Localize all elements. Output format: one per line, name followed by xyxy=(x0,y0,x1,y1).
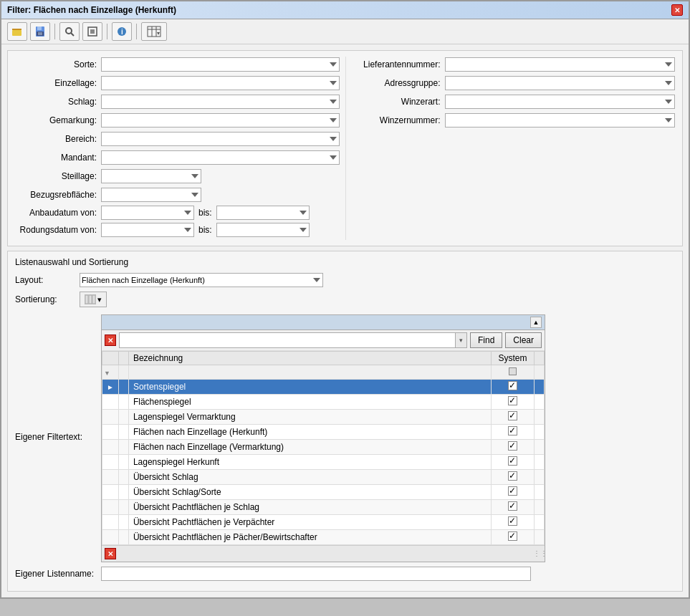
table-row[interactable]: Übersicht Schlag/Sorte xyxy=(102,485,545,500)
eigener-filtertext-row: Eigener Filtertext: ▲ ✕ xyxy=(15,312,675,562)
search-dropdown-arrow[interactable]: ▾ xyxy=(455,333,466,347)
bezeichnung-filter-input[interactable] xyxy=(130,367,489,378)
winzerart-select[interactable] xyxy=(445,95,676,109)
row-system-checkbox[interactable] xyxy=(508,531,517,541)
box-button[interactable] xyxy=(82,22,102,41)
anbaudatum-row: Anbaudatum von: bis: xyxy=(15,206,340,220)
row-extra-cell xyxy=(535,440,545,455)
col-extra-header xyxy=(535,352,545,365)
row-system-checkbox[interactable] xyxy=(508,441,517,451)
row-select-cell xyxy=(118,470,128,485)
table-row[interactable]: Übersicht Pachtflächen je Schlag xyxy=(102,500,545,515)
table-header-row: Bezeichnung System xyxy=(102,352,545,365)
row-system-cell xyxy=(492,530,535,545)
row-system-checkbox[interactable] xyxy=(508,471,517,481)
resize-handle[interactable]: ⋮⋮ xyxy=(533,549,542,558)
table-row[interactable]: Flächen nach Einzellage (Herkunft) xyxy=(102,425,545,440)
steillage-row: Steillage: xyxy=(15,168,340,184)
main-content: Sorte: Einzellage: Schlag: Gemarkung: xyxy=(1,44,689,597)
sorte-select[interactable] xyxy=(101,57,340,72)
toolbar-separator-2 xyxy=(107,24,107,39)
row-system-checkbox[interactable] xyxy=(508,396,517,405)
row-extra-cell xyxy=(535,425,545,440)
row-bezeichnung-cell: Sortenspiegel xyxy=(128,380,491,395)
anbaudatum-bis-select[interactable] xyxy=(216,206,310,220)
eigener-listenname-input[interactable] xyxy=(101,567,531,581)
row-select-cell xyxy=(118,455,128,470)
row-arrow-cell xyxy=(102,395,119,410)
filter-grid: Sorte: Einzellage: Schlag: Gemarkung: xyxy=(15,57,675,240)
table-row[interactable]: Übersicht Pachtflächen je Verpächter xyxy=(102,515,545,530)
row-system-checkbox[interactable] xyxy=(508,501,517,511)
steillage-select[interactable] xyxy=(101,169,201,183)
save-button[interactable] xyxy=(30,22,50,41)
rodungsdatum-bis-select[interactable] xyxy=(216,223,310,237)
bezugsrebflaeche-select[interactable] xyxy=(101,188,201,202)
table-row[interactable]: Lagenspiegel Vermarktung xyxy=(102,410,545,425)
einzellage-select[interactable] xyxy=(101,76,340,90)
open-folder-button[interactable] xyxy=(7,22,27,41)
row-system-cell xyxy=(492,485,535,500)
find-button[interactable]: Find xyxy=(470,332,502,348)
bereich-select[interactable] xyxy=(101,132,340,146)
dropdown-table: Bezeichnung System ▼ xyxy=(102,351,545,545)
filter-bezeichnung-cell xyxy=(128,365,491,380)
filtertext-container: ▲ ✕ ▾ Find Clear xyxy=(101,312,675,562)
main-window: Filter: Flächen nach Einzellage (Herkunf… xyxy=(0,0,690,599)
window-close-button[interactable]: ✕ xyxy=(671,4,683,16)
schlag-select[interactable] xyxy=(101,95,340,109)
row-select-cell xyxy=(118,485,128,500)
dropdown-header: ▲ xyxy=(102,315,545,330)
row-system-cell xyxy=(492,440,535,455)
winzernummer-select[interactable] xyxy=(445,113,676,127)
row-select-cell xyxy=(118,500,128,515)
svg-rect-19 xyxy=(85,295,88,304)
clear-button[interactable]: Clear xyxy=(505,332,542,348)
scroll-up-button[interactable]: ▲ xyxy=(530,317,542,328)
row-bezeichnung-cell: Lagenspiegel Vermarktung xyxy=(128,410,491,425)
row-select-cell xyxy=(118,530,128,545)
table-row[interactable]: Flächen nach Einzellage (Vermarktung) xyxy=(102,440,545,455)
table-row[interactable]: Flächenspiegel xyxy=(102,395,545,410)
table-row[interactable]: Übersicht Schlag xyxy=(102,470,545,485)
table-row[interactable]: Lagenspiegel Herkunft xyxy=(102,455,545,470)
toolbar: i ▾ xyxy=(1,19,689,44)
steillage-label: Steillage: xyxy=(15,171,101,181)
table-button[interactable]: ▾ xyxy=(141,22,167,41)
row-system-checkbox[interactable] xyxy=(508,381,517,390)
layout-select[interactable]: Flächen nach Einzellage (Herkunft) xyxy=(80,273,323,287)
mandant-select[interactable] xyxy=(101,150,340,165)
bereich-row: Bereich: xyxy=(15,131,340,147)
row-extra-cell xyxy=(535,380,545,395)
row-system-checkbox[interactable] xyxy=(508,411,517,420)
anbaudatum-von-select[interactable] xyxy=(101,206,194,220)
svg-rect-20 xyxy=(89,295,92,304)
adressgruppe-select[interactable] xyxy=(445,76,676,90)
row-system-checkbox[interactable] xyxy=(508,486,517,496)
row-arrow-cell xyxy=(102,500,119,515)
dropdown-search-input[interactable] xyxy=(120,333,455,347)
row-select-cell xyxy=(118,515,128,530)
row-system-checkbox[interactable] xyxy=(508,516,517,526)
row-arrow-cell xyxy=(102,455,119,470)
col-checkbox-header xyxy=(118,352,128,365)
row-system-checkbox[interactable] xyxy=(508,456,517,466)
dropdown-footer: ✕ ⋮⋮ xyxy=(102,545,545,562)
row-extra-cell xyxy=(535,530,545,545)
info-button[interactable]: i xyxy=(112,22,132,41)
search-button[interactable] xyxy=(59,22,80,41)
sortierung-button[interactable]: ▾ xyxy=(80,292,107,307)
winzernummer-row: Winzernummer: xyxy=(352,112,676,128)
dropdown-close-button[interactable]: ✕ xyxy=(105,335,116,346)
footer-close-button[interactable]: ✕ xyxy=(105,548,116,559)
svg-text:▾: ▾ xyxy=(157,30,160,37)
gemarkung-select[interactable] xyxy=(101,113,340,127)
lieferantennummer-row: Lieferantennummer: xyxy=(352,57,676,72)
row-arrow-cell xyxy=(102,470,119,485)
row-system-checkbox[interactable] xyxy=(508,426,517,435)
rodungsdatum-von-select[interactable] xyxy=(101,223,194,237)
row-bezeichnung-cell: Übersicht Pachtflächen je Pächer/Bewirts… xyxy=(128,530,491,545)
table-row[interactable]: Übersicht Pachtflächen je Pächer/Bewirts… xyxy=(102,530,545,545)
table-row[interactable]: ► Sortenspiegel xyxy=(102,380,545,395)
lieferantennummer-select[interactable] xyxy=(445,57,676,72)
